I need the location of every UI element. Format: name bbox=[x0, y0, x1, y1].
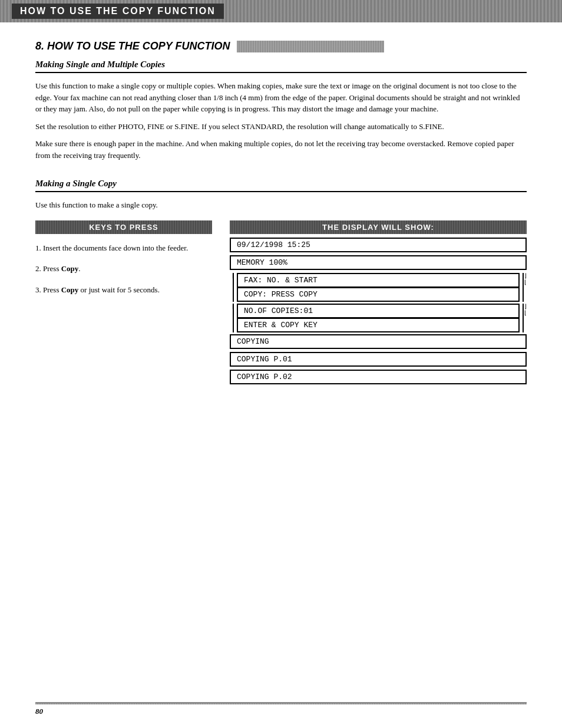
fax-copy-stack: FAX: NO. & START COPY: PRESS COPY bbox=[237, 273, 520, 302]
body-paragraph-2: Set the resolution to either PHOTO, FINE… bbox=[35, 121, 527, 133]
top-header-title-box: HOW TO USE THE COPY FUNCTION bbox=[12, 4, 224, 19]
page-container: HOW TO USE THE COPY FUNCTION 8. HOW TO U… bbox=[0, 0, 562, 728]
subsection2-intro: Use this function to make a single copy. bbox=[35, 199, 527, 211]
display-rows: 09/12/1998 15:25 MEMORY 100% ⌊ ⌋ bbox=[230, 238, 527, 387]
left-arrow-1: ⌊ ⌋ bbox=[230, 273, 237, 302]
subsection2-title: Making a Single Copy bbox=[35, 179, 527, 192]
keys-to-press-col: KEYS TO PRESS 1. Insert the documents fa… bbox=[35, 220, 212, 387]
lcd-row-memory: MEMORY 100% bbox=[230, 255, 527, 270]
step-2: 2. Press Copy. bbox=[35, 263, 212, 275]
lcd-row-enter-copy: ENTER & COPY KEY bbox=[237, 318, 520, 332]
subsection1-title: Making Single and Multiple Copies bbox=[35, 60, 527, 73]
lcd-group-noofcopies: ⌊ ⌋ NO.OF COPIES:01 ENTER & COPY KEY ⌋ ⌊ bbox=[230, 304, 527, 332]
footer-line bbox=[35, 702, 527, 704]
single-copy-section: Making a Single Copy Use this function t… bbox=[35, 179, 527, 387]
lcd-row-noofcopies: NO.OF COPIES:01 bbox=[237, 304, 520, 318]
lcd-row-copying-p01: COPYING P.01 bbox=[230, 352, 527, 367]
right-arrow-2: ⌋ ⌊ bbox=[520, 304, 527, 332]
section-title-bar bbox=[237, 41, 384, 52]
keys-header: KEYS TO PRESS bbox=[35, 220, 212, 234]
page-footer: 80 bbox=[35, 702, 527, 716]
body-paragraph-3: Make sure there is enough paper in the m… bbox=[35, 138, 527, 161]
lcd-row-copying: COPYING bbox=[230, 334, 527, 349]
section-title: 8. HOW TO USE THE COPY FUNCTION bbox=[35, 40, 230, 52]
section-header: 8. HOW TO USE THE COPY FUNCTION bbox=[35, 40, 527, 52]
lcd-row-fax: FAX: NO. & START bbox=[237, 273, 520, 287]
lcd-row-datetime: 09/12/1998 15:25 bbox=[230, 238, 527, 252]
content-area: 8. HOW TO USE THE COPY FUNCTION Making S… bbox=[0, 22, 562, 411]
lcd-group-fax-copy: ⌊ ⌋ FAX: NO. & START COPY: PRESS COPY ⌋ … bbox=[230, 273, 527, 302]
right-arrow-1: ⌋ ⌊ bbox=[520, 273, 527, 302]
noofcopies-stack: NO.OF COPIES:01 ENTER & COPY KEY bbox=[237, 304, 520, 332]
display-header: THE DISPLAY WILL SHOW: bbox=[230, 220, 527, 234]
lcd-row-copying-p02: COPYING P.02 bbox=[230, 370, 527, 384]
two-column-layout: KEYS TO PRESS 1. Insert the documents fa… bbox=[35, 220, 527, 387]
step-3: 3. Press Copy or just wait for 5 seconds… bbox=[35, 284, 212, 296]
lcd-row-copy-press: COPY: PRESS COPY bbox=[237, 287, 520, 302]
top-header-title: HOW TO USE THE COPY FUNCTION bbox=[20, 6, 216, 16]
body-paragraph-1: Use this function to make a single copy … bbox=[35, 80, 527, 115]
left-arrow-2: ⌊ ⌋ bbox=[230, 304, 237, 332]
step-1: 1. Insert the documents face down into t… bbox=[35, 242, 212, 254]
top-header-bar: HOW TO USE THE COPY FUNCTION bbox=[0, 0, 562, 22]
display-col: THE DISPLAY WILL SHOW: 09/12/1998 15:25 … bbox=[230, 220, 527, 387]
page-number: 80 bbox=[35, 707, 43, 716]
